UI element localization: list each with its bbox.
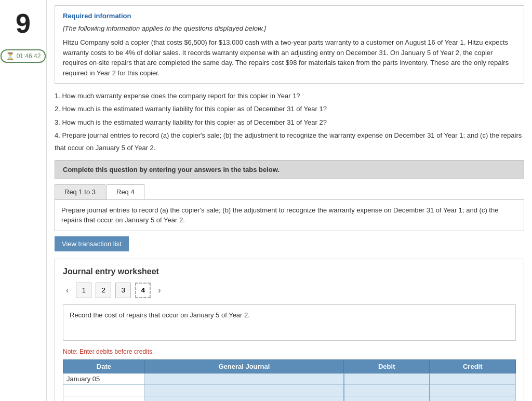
prev-arrow[interactable]: ‹	[63, 284, 72, 297]
col-header-date: Date	[63, 359, 145, 373]
col-header-credit: Credit	[430, 359, 516, 373]
tab-req-4[interactable]: Req 4	[107, 184, 144, 199]
instruction-box: Record the cost of repairs that occur on…	[63, 304, 516, 341]
question-1: 1. How much warranty expense does the co…	[55, 90, 524, 102]
question-2: 2. How much is the estimated warranty li…	[55, 103, 524, 115]
page-btn-1[interactable]: 1	[76, 283, 91, 298]
complete-banner: Complete this question by entering your …	[55, 160, 524, 179]
timer-badge: ⏳ 01:46:42	[1, 49, 46, 63]
journal-cell[interactable]	[144, 396, 343, 401]
page-btn-2[interactable]: 2	[96, 283, 111, 298]
journal-input[interactable]	[145, 385, 343, 396]
debit-input[interactable]	[344, 373, 429, 384]
debit-cell[interactable]	[344, 373, 430, 384]
date-cell	[63, 384, 145, 396]
required-info-label: Required information	[63, 11, 516, 21]
journal-cell[interactable]	[144, 384, 343, 396]
next-arrow[interactable]: ›	[155, 284, 164, 297]
credit-cell[interactable]	[430, 384, 516, 396]
journal-table: Date General Journal Debit Credit Januar…	[63, 359, 516, 401]
credit-input[interactable]	[430, 373, 515, 384]
credit-cell[interactable]	[430, 373, 516, 384]
table-row	[63, 384, 516, 396]
page-btn-4[interactable]: 4	[135, 283, 151, 298]
worksheet-title: Journal entry worksheet	[63, 267, 516, 276]
questions-section: 1. How much warranty expense does the co…	[55, 90, 524, 154]
credit-input[interactable]	[430, 396, 515, 401]
page-btn-3[interactable]: 3	[115, 283, 131, 298]
date-cell: January 05	[63, 373, 145, 384]
debit-input[interactable]	[344, 385, 429, 396]
journal-input[interactable]	[145, 396, 343, 401]
note-text: Note: Enter debits before credits.	[63, 348, 516, 355]
col-header-journal: General Journal	[144, 359, 343, 373]
tabs-row: Req 1 to 3 Req 4	[55, 184, 524, 199]
timer-icon: ⏳	[6, 52, 15, 60]
table-row: January 05	[63, 373, 516, 384]
intro-text: [The following information applies to th…	[63, 23, 516, 34]
view-transaction-button[interactable]: View transaction list	[55, 236, 129, 251]
table-row	[63, 396, 516, 401]
sidebar: 9 ⏳ 01:46:42	[0, 0, 47, 401]
debit-cell[interactable]	[344, 396, 430, 401]
debit-input[interactable]	[344, 396, 429, 401]
credit-input[interactable]	[430, 385, 515, 396]
problem-body: Hitzu Company sold a copier (that costs …	[63, 37, 516, 78]
debit-cell[interactable]	[344, 384, 430, 396]
credit-cell[interactable]	[430, 396, 516, 401]
tab-content-area: Prepare journal entries to record (a) th…	[55, 199, 524, 231]
problem-box: Required information [The following info…	[55, 5, 524, 84]
worksheet-container: Journal entry worksheet ‹ 1 2 3 4 › Reco…	[55, 259, 524, 401]
date-cell	[63, 396, 145, 401]
timer-value: 01:46:42	[17, 52, 41, 60]
question-4: 4. Prepare journal entries to record (a)…	[55, 129, 524, 154]
nav-row: ‹ 1 2 3 4 ›	[63, 283, 516, 298]
journal-input[interactable]	[145, 373, 343, 384]
journal-cell[interactable]	[144, 373, 343, 384]
tab-req-1-to-3[interactable]: Req 1 to 3	[55, 184, 105, 199]
main-content: Required information [The following info…	[47, 0, 532, 401]
question-number: 9	[16, 8, 31, 39]
col-header-debit: Debit	[344, 359, 430, 373]
question-3: 3. How much is the estimated warranty li…	[55, 116, 524, 128]
